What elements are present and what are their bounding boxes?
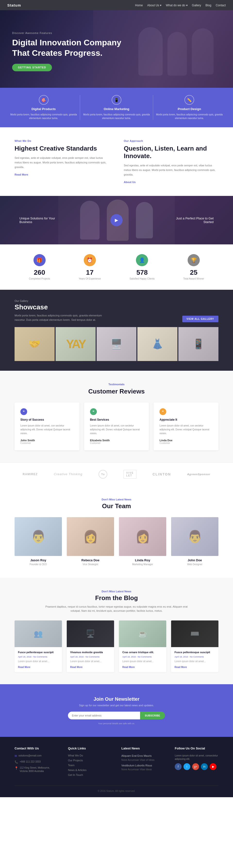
team-grid: 👨 Jason Roy Founder & CEO 👩 Rebeca Doe V…: [14, 517, 219, 566]
testimonial-2-title: Best Services: [90, 418, 143, 422]
footer-link-news[interactable]: News & Articles: [68, 769, 112, 772]
footer-link-contact[interactable]: Get In Touch: [68, 773, 112, 776]
brand-to: To: [98, 470, 107, 478]
video-section: Unique Solutions for Your Business ▶ Jus…: [0, 196, 233, 244]
blog-img-3: ☕: [119, 620, 166, 647]
stat-clients: 👤 578 Satisfied Happy Clients: [129, 254, 155, 280]
gallery-title: Showcase: [14, 303, 107, 311]
what-we-do-read-more[interactable]: Read More: [14, 173, 28, 176]
team-photo-3: 👩: [119, 517, 166, 556]
footer-link-what-we-do[interactable]: What We Do: [68, 754, 112, 757]
blog-date-2: April 18, 2016 - No Comments: [70, 656, 111, 658]
our-approach-title: Question, Listen, Learn and Innovate.: [124, 145, 219, 160]
blog-read-more-1[interactable]: Read More: [18, 666, 30, 669]
team-role-1: Founder & CEO: [14, 563, 62, 566]
view-all-gallery-button[interactable]: VIEW ALL GALLERY: [182, 316, 219, 322]
team-photo-4: 👨: [171, 517, 219, 556]
testimonial-1-role: Customer: [20, 442, 74, 444]
blog-img-1: 👥: [14, 620, 62, 647]
blog-grid: 👥 Fusce pellentesque suscipit April 18, …: [14, 620, 219, 672]
gallery-item-3[interactable]: 🖥️: [96, 327, 137, 361]
blog-date-3: April 18, 2016 - No Comments: [122, 656, 163, 658]
footer-news-1-title: Aliquam Erat Eros Mauris: [121, 754, 152, 758]
nav-links: Home About Us ▾ What do we do ▾ Gallery …: [135, 3, 226, 7]
footer-social-col: Follow Us On Social Lorem ipsum dolor si…: [175, 747, 219, 778]
footer-social-icons: f t g+ in ▶: [175, 763, 219, 770]
youtube-icon[interactable]: ▶: [210, 763, 216, 770]
gallery-item-1[interactable]: 🤝: [14, 327, 55, 361]
team-label: Don't Miss Latest News: [14, 498, 219, 501]
google-plus-icon[interactable]: g+: [192, 763, 199, 770]
stats-section: 🎁 260 Completed Projects ⏰ 17 Years Of E…: [0, 244, 233, 290]
gallery-label: Our Gallery: [14, 300, 107, 302]
team-member-3: 👩 Linda Roy Marketing Manager: [119, 517, 166, 566]
video-right-text: Just a Perfect Place to Get Started: [170, 217, 213, 224]
hero-content: Discover Awesome Features Digital Innova…: [12, 32, 221, 71]
nav-home[interactable]: Home: [135, 4, 143, 7]
brand-agreen: AgreenSponsor: [187, 473, 210, 476]
feature-online-marketing-desc: Morbi porta lorem, faucibus adipiscing c…: [83, 113, 150, 120]
hero-title: Digital Innovation Company That Creates …: [12, 37, 128, 58]
footer-social-title: Follow Us On Social: [175, 747, 219, 750]
team-name-4: John Doe: [171, 558, 219, 562]
digital-products-icon: 🎯: [39, 95, 49, 105]
footer-social-desc-text: Lorem ipsum dolor sit amet, consectetur …: [175, 754, 219, 761]
what-we-do-label: What We Do: [14, 140, 109, 142]
our-approach-about-us[interactable]: About Us: [124, 181, 136, 184]
video-left-text: Unique Solutions for Your Business: [20, 217, 63, 224]
blog-read-more-4[interactable]: Read More: [175, 666, 187, 669]
twitter-icon[interactable]: t: [183, 763, 190, 770]
stat-clients-label: Satisfied Happy Clients: [129, 277, 155, 280]
footer-link-our-projects[interactable]: Our Projects: [68, 759, 112, 762]
feature-online-marketing: 📱 Online Marketing Morbi porta lorem, fa…: [83, 95, 150, 120]
blog-section: Don't Miss Latest News From the Blog Pra…: [0, 578, 233, 684]
testimonials-title: Customer Reviews: [14, 388, 219, 395]
brands-section: RAMIREZ Creative Thinking To VIVELET CLI…: [0, 462, 233, 486]
team-role-4: Web Designer: [171, 563, 219, 566]
nav-about[interactable]: About Us ▾: [147, 4, 162, 7]
testimonial-2-author: Elizabeta Smith: [90, 439, 143, 442]
newsletter-email-input[interactable]: [68, 712, 140, 719]
testimonial-3-title: Appreciate It: [159, 418, 213, 422]
gallery-item-2[interactable]: YAY: [56, 327, 96, 361]
blog-title: From the Blog: [14, 594, 219, 602]
hero-cta-button[interactable]: GETTING STARTED: [12, 64, 52, 71]
stat-experience-label: Years Of Experience: [79, 277, 101, 280]
nav-gallery[interactable]: Gallery: [192, 4, 201, 7]
newsletter-subscribe-button[interactable]: Subscribe: [140, 712, 165, 719]
footer-contact-col: Contact With Us ✉ solutions@email.com 📞 …: [14, 747, 58, 778]
testimonial-3-role: Customer: [159, 442, 213, 444]
gallery-item-5[interactable]: 📱: [178, 327, 219, 361]
team-member-4: 👨 John Doe Web Designer: [171, 517, 219, 566]
stat-experience: ⏰ 17 Years Of Experience: [79, 254, 101, 280]
feature-product-design: ✏️ Product Design Morbi porta lorem, fau…: [155, 95, 223, 120]
newsletter-title: Join Our Newsletter: [14, 696, 219, 702]
blog-read-more-3[interactable]: Read More: [122, 666, 135, 669]
blog-text-1: Lorem ipsum dolor sit amet...: [18, 659, 58, 663]
blog-post-3: ☕ Cras ornare tristique elit. April 18, …: [119, 620, 166, 672]
nav-blog[interactable]: Blog: [206, 4, 211, 7]
brand-ramirez: RAMIREZ: [23, 472, 38, 476]
facebook-icon[interactable]: f: [175, 763, 181, 770]
nav-contact[interactable]: Contact: [216, 4, 226, 7]
gallery-item-4[interactable]: 👗: [137, 327, 177, 361]
footer-address-text: 112 King Street, Melbourne, Victoria 300…: [20, 766, 58, 773]
gallery-info: Our Gallery Showcase Morbi porta lorem, …: [14, 300, 107, 322]
brand-creative: Creative Thinking: [54, 472, 83, 476]
footer-link-team[interactable]: Team: [68, 764, 112, 767]
nav-services[interactable]: What do we do ▾: [166, 4, 187, 7]
footer-links-title: Quick Links: [68, 747, 112, 750]
footer-grid: Contact With Us ✉ solutions@email.com 📞 …: [14, 747, 219, 778]
testimonials-cards: ❝ Story of Success Lorem ipsum dolor sit…: [14, 402, 219, 450]
newsletter-section: Join Our Newsletter Sign up for our news…: [0, 684, 233, 737]
footer-news-col: Latest News Aliquam Erat Eros Mauris Non…: [121, 747, 165, 778]
footer-address: 📍 112 King Street, Melbourne, Victoria 3…: [14, 766, 58, 773]
blog-read-more-2[interactable]: Read More: [70, 666, 83, 669]
footer-phone: 📞 +666 111 222 3333: [14, 760, 58, 764]
footer-copyright: © 2016 Statum. All rights reserved.: [14, 785, 219, 792]
hero-discover: Discover Awesome Features: [12, 32, 221, 34]
what-we-do-col: What We Do Highest Creative Standards Se…: [14, 140, 109, 184]
feature-digital-products-title: Digital Products: [10, 107, 78, 111]
stat-clients-number: 578: [129, 269, 155, 276]
linkedin-icon[interactable]: in: [201, 763, 208, 770]
